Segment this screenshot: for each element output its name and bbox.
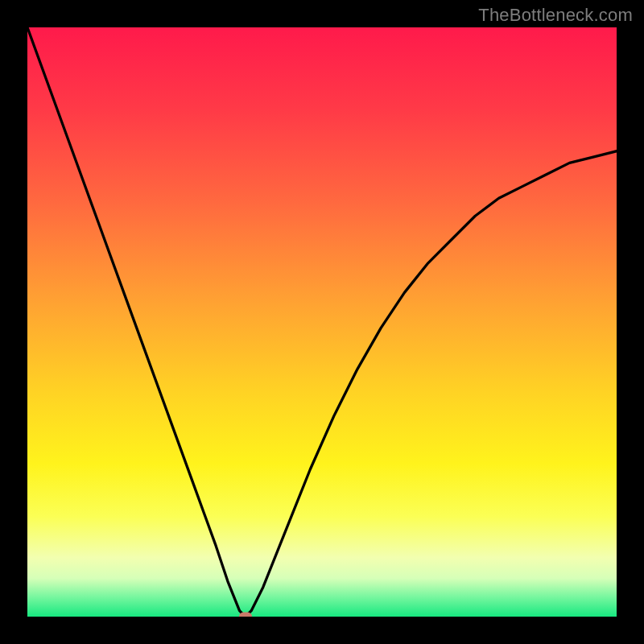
bottleneck-curve: [27, 27, 617, 617]
plot-area: [27, 27, 617, 617]
watermark-text: TheBottleneck.com: [478, 5, 633, 26]
chart-frame: TheBottleneck.com: [0, 0, 644, 644]
optimal-point-marker: [239, 613, 252, 617]
